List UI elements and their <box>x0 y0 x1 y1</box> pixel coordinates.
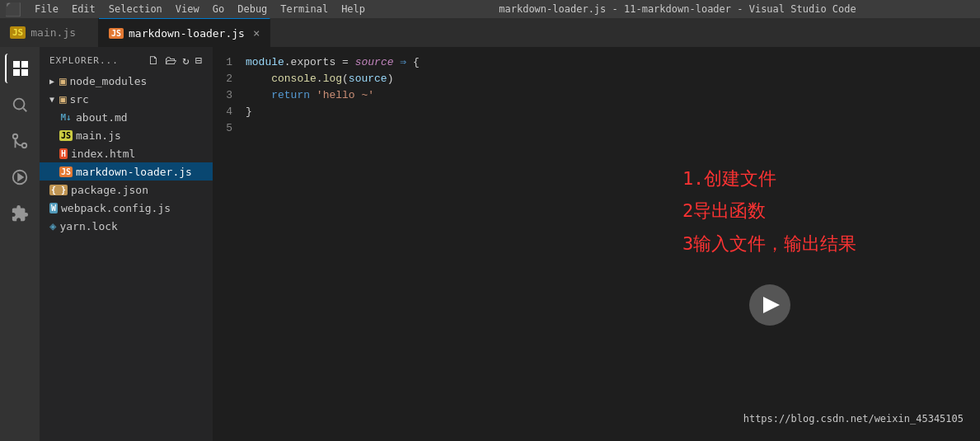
code-content-2: console.log(source) <box>246 73 559 85</box>
md-icon: M↓ <box>59 112 73 123</box>
menu-go[interactable]: Go <box>206 2 231 16</box>
overlay-line-1: 1.创建文件 <box>682 162 856 195</box>
tab-close-markdown-loader[interactable]: × <box>253 26 260 40</box>
code-line-1: 1 module.exports = source ⇒ { <box>213 54 559 70</box>
js-icon: JS <box>59 130 73 141</box>
new-file-icon[interactable]: 🗋 <box>148 54 160 67</box>
svg-point-4 <box>14 99 25 110</box>
activity-git[interactable] <box>5 126 35 156</box>
item-label: main.js <box>76 129 121 142</box>
activity-explorer[interactable] <box>5 54 35 83</box>
overlay-line-3: 3输入文件，输出结果 <box>682 228 856 260</box>
menu-bar: File Edit Selection View Go Debug Termin… <box>25 2 375 16</box>
code-line-5: 5 <box>213 120 559 136</box>
item-label: package.json <box>71 184 148 196</box>
code-line-3: 3 return 'hello ~' <box>213 87 559 103</box>
item-label: index.html <box>71 148 135 160</box>
line-number-4: 4 <box>213 106 246 118</box>
play-button[interactable] <box>749 284 790 326</box>
line-number-1: 1 <box>213 56 246 68</box>
menu-help[interactable]: Help <box>335 2 372 16</box>
json-icon: { } <box>49 185 68 195</box>
svg-rect-0 <box>13 61 20 68</box>
main-layout: EXPLORER... 🗋 🗁 ↻ ⊟ ▶ ▣ node_modules ▼ ▣… <box>0 47 980 441</box>
file-tree: ▶ ▣ node_modules ▼ ▣ src M↓ about.md JS … <box>40 70 213 237</box>
tab-label-markdown-loader: markdown-loader.js <box>129 27 245 40</box>
line-number-2: 2 <box>213 73 246 85</box>
menu-terminal[interactable]: Terminal <box>274 2 335 16</box>
html-icon: H <box>59 148 68 159</box>
tab-markdown-loader-js[interactable]: JS markdown-loader.js × <box>99 18 270 47</box>
tab-main-js[interactable]: JS main.js <box>0 18 99 47</box>
sidebar-header: EXPLORER... 🗋 🗁 ↻ ⊟ <box>40 50 213 70</box>
overlay-line-2: 2导出函数 <box>682 195 856 228</box>
svg-rect-3 <box>21 69 28 76</box>
sidebar-item-yarn[interactable]: ◈ yarn.lock <box>40 217 213 235</box>
sidebar-item-markdown-loader[interactable]: JS markdown-loader.js <box>40 162 213 181</box>
vscode-icon: ⬛ <box>5 2 21 17</box>
sidebar-item-node-modules[interactable]: ▶ ▣ node_modules <box>40 72 213 90</box>
editor-area: 1 module.exports = source ⇒ { 2 console.… <box>213 47 980 441</box>
sidebar-item-main-js[interactable]: JS main.js <box>40 126 213 144</box>
refresh-icon[interactable]: ↻ <box>182 54 190 67</box>
svg-rect-1 <box>21 61 28 68</box>
item-label: about.md <box>76 111 128 124</box>
menu-edit[interactable]: Edit <box>65 2 102 16</box>
folder-open-icon: ▣ <box>59 92 66 106</box>
sidebar-item-package-json[interactable]: { } package.json <box>40 181 213 199</box>
folder-icon: ▣ <box>59 74 66 87</box>
chevron-icon: ▶ <box>49 77 54 86</box>
new-folder-icon[interactable]: 🗁 <box>165 54 177 67</box>
menu-file[interactable]: File <box>28 2 65 16</box>
activity-debug[interactable] <box>5 162 35 192</box>
sidebar-item-webpack[interactable]: W webpack.config.js <box>40 199 213 217</box>
svg-rect-2 <box>13 69 20 76</box>
svg-marker-9 <box>18 174 23 180</box>
activity-search[interactable] <box>5 90 35 120</box>
activity-bar <box>0 47 40 441</box>
tab-icon-markdown-loader: JS <box>109 28 124 39</box>
activity-extensions[interactable] <box>5 199 35 228</box>
collapse-icon[interactable]: ⊟ <box>195 54 203 67</box>
webpack-icon: W <box>49 203 58 213</box>
item-label: src <box>69 93 88 106</box>
svg-point-6 <box>22 143 27 148</box>
code-content-1: module.exports = source ⇒ { <box>246 55 559 68</box>
content-overlay: 1.创建文件 2导出函数 3输入文件，输出结果 https://blog.csd… <box>559 47 980 441</box>
sidebar-item-index-html[interactable]: H index.html <box>40 144 213 162</box>
window-title: markdown-loader.js - 11-markdown-loader … <box>375 3 980 15</box>
tabs-bar: JS main.js JS markdown-loader.js × <box>0 18 980 47</box>
item-label: webpack.config.js <box>61 202 171 214</box>
chevron-icon: ▼ <box>49 95 54 104</box>
code-content-3: return 'hello ~' <box>246 89 559 101</box>
line-number-5: 5 <box>213 122 246 134</box>
url-label: https://blog.csdn.net/weixin_45345105 <box>743 413 964 425</box>
line-number-3: 3 <box>213 89 246 101</box>
tab-label-main-js: main.js <box>30 26 76 39</box>
item-label: yarn.lock <box>59 220 117 232</box>
sidebar: EXPLORER... 🗋 🗁 ↻ ⊟ ▶ ▣ node_modules ▼ ▣… <box>40 47 213 441</box>
code-line-2: 2 console.log(source) <box>213 70 559 87</box>
tab-icon-main-js: JS <box>10 26 26 39</box>
yarn-icon: ◈ <box>49 219 56 232</box>
item-label: node_modules <box>69 75 147 87</box>
sidebar-header-icons: 🗋 🗁 ↻ ⊟ <box>148 54 203 67</box>
play-triangle-icon <box>763 297 780 313</box>
code-editor[interactable]: 1 module.exports = source ⇒ { 2 console.… <box>213 47 559 441</box>
sidebar-item-src[interactable]: ▼ ▣ src <box>40 90 213 108</box>
title-bar: ⬛ File Edit Selection View Go Debug Term… <box>0 0 980 18</box>
svg-point-7 <box>13 134 18 139</box>
menu-view[interactable]: View <box>169 2 206 16</box>
md-loader-icon: JS <box>59 167 73 177</box>
code-content-4: } <box>246 106 559 118</box>
menu-selection[interactable]: Selection <box>102 2 169 16</box>
item-label: markdown-loader.js <box>76 166 192 178</box>
explorer-label: EXPLORER... <box>49 55 119 66</box>
menu-debug[interactable]: Debug <box>231 2 274 16</box>
svg-line-5 <box>23 108 26 111</box>
code-line-4: 4 } <box>213 103 559 120</box>
sidebar-item-about-md[interactable]: M↓ about.md <box>40 108 213 126</box>
overlay-text: 1.创建文件 2导出函数 3输入文件，输出结果 <box>682 162 856 260</box>
